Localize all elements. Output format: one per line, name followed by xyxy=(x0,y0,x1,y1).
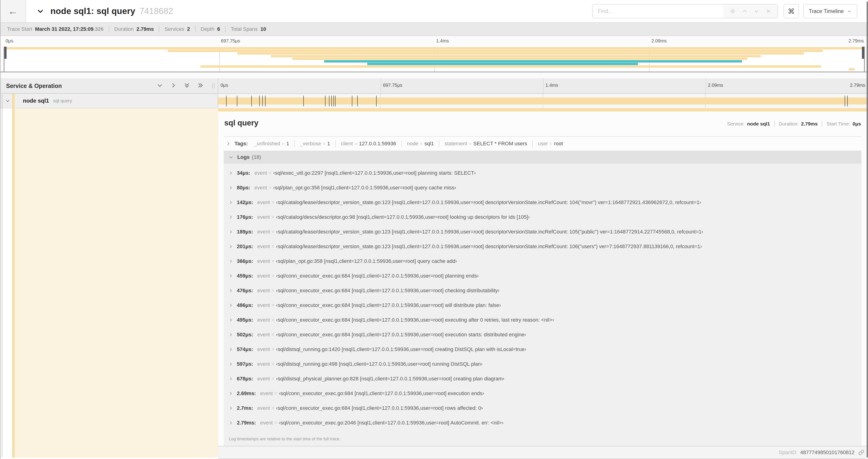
chevron-down-icon xyxy=(847,9,852,13)
chevron-down-icon[interactable] xyxy=(5,98,10,103)
log-entry-row[interactable]: 80μs:event=‹sql/plan_opt.go:358 [nsql1,c… xyxy=(224,180,862,195)
vertical-scrollbar[interactable] xyxy=(867,1,868,458)
trace-view-selector[interactable]: Trace Timeline xyxy=(803,4,857,19)
chevron-down-icon[interactable] xyxy=(36,7,44,15)
chevron-right-icon[interactable] xyxy=(228,318,233,322)
divider xyxy=(774,121,775,127)
log-field-key: event xyxy=(257,317,270,323)
span-bar-cell[interactable] xyxy=(218,94,868,108)
log-field-key: event xyxy=(257,199,270,205)
log-marker-tick xyxy=(331,96,332,106)
log-entry-row[interactable]: 678μs:event=‹sql/distsql_physical_planne… xyxy=(224,371,862,386)
logs-footer-note: Log timestamps are relative to the start… xyxy=(224,437,862,446)
log-entry-row[interactable]: 176μs:event=‹sql/catalog/descs/descripto… xyxy=(224,210,862,224)
chevron-right-icon[interactable] xyxy=(228,288,233,293)
tag-item[interactable]: user=root xyxy=(538,141,563,147)
tags-list: _unfinished=1_verbose=1client=127.0.0.1:… xyxy=(254,140,563,147)
minimap-axis-label: 1.4ms xyxy=(436,38,449,44)
chevron-right-icon[interactable] xyxy=(228,171,233,175)
minimap-canvas[interactable] xyxy=(4,47,865,72)
tag-item[interactable]: statement=SELECT * FROM users xyxy=(444,141,527,147)
log-entry-row[interactable]: 142μs:event=‹sql/catalog/lease/descripto… xyxy=(224,195,862,210)
chevron-right-icon[interactable] xyxy=(228,376,233,381)
chevron-right-icon[interactable] xyxy=(228,406,233,411)
clear-icon[interactable] xyxy=(766,8,771,14)
log-entry-row[interactable]: 2.7ms:event=‹sql/conn_executor_exec.go:6… xyxy=(224,401,862,415)
span-operation-name[interactable]: sql query xyxy=(53,98,72,104)
chevron-right-icon[interactable] xyxy=(228,259,233,264)
name-column-scroll-track[interactable] xyxy=(2,95,2,457)
log-entry-row[interactable]: 189μs:event=‹sql/catalog/lease/descripto… xyxy=(224,224,862,239)
log-entry-row[interactable]: 574μs:event=‹sql/distsql_running.go:1420… xyxy=(224,342,862,357)
chevron-right-icon[interactable] xyxy=(228,421,233,425)
log-entry-row[interactable]: 201μs:event=‹sql/catalog/lease/descripto… xyxy=(224,239,862,254)
timeline-gridline xyxy=(706,78,706,93)
detail-operation-title: sql query xyxy=(224,119,258,127)
summary-value: March 31 2022, 17:25:09 xyxy=(35,26,94,32)
find-input[interactable] xyxy=(593,4,723,18)
trace-summary-bar: Trace StartMarch 31 2022, 17:25:09.326Du… xyxy=(0,22,868,36)
tag-item[interactable]: _verbose=1 xyxy=(300,141,330,147)
log-entry-row[interactable]: 486μs:event=‹sql/conn_executor_exec.go:6… xyxy=(224,298,862,313)
log-entry-row[interactable]: 476μs:event=‹sql/conn_executor_exec.go:6… xyxy=(224,283,862,298)
minimap-span-bar xyxy=(168,50,823,52)
chevron-right-icon[interactable] xyxy=(228,200,233,205)
equals-sign: = xyxy=(469,141,471,146)
divider xyxy=(109,26,109,32)
collapse-all-icon[interactable] xyxy=(184,82,190,90)
locate-icon[interactable] xyxy=(730,8,736,14)
equals-sign: = xyxy=(272,303,274,308)
chevron-right-icon[interactable] xyxy=(228,186,233,190)
chevron-right-icon[interactable] xyxy=(228,347,233,352)
chevron-right-icon[interactable] xyxy=(228,244,233,249)
log-entry-row[interactable]: 495μs:event=‹sql/conn_executor_exec.go:6… xyxy=(224,313,862,327)
minimap-left-scrubber[interactable] xyxy=(4,47,6,59)
minimap-right-scrubber[interactable] xyxy=(862,47,864,59)
log-field-value: ‹sql/conn_executor_exec.go:684 [nsql1,cl… xyxy=(276,332,526,338)
expand-all-icon[interactable] xyxy=(197,82,204,90)
log-entry-row[interactable]: 597μs:event=‹sql/distsql_running.go:498 … xyxy=(224,357,862,371)
window-left-border xyxy=(0,0,0,459)
expand-one-icon[interactable] xyxy=(170,82,177,90)
tags-accordion[interactable]: Tags: _unfinished=1_verbose=1client=127.… xyxy=(224,137,862,151)
logs-accordion: Logs (18) 34μs:event=‹sql/exec_util.go:2… xyxy=(224,151,862,446)
chevron-up-icon[interactable] xyxy=(742,8,748,14)
chevron-right-icon[interactable] xyxy=(228,215,233,220)
span-name-cell[interactable]: node sql1 sql query xyxy=(0,94,218,108)
keyboard-shortcuts-button[interactable]: ⌘ xyxy=(783,4,799,19)
span-duration-bar[interactable] xyxy=(218,97,868,104)
column-resizer-grip[interactable] xyxy=(212,83,214,89)
chevron-down-icon[interactable] xyxy=(754,8,759,14)
log-entry-row[interactable]: 366μs:event=‹sql/plan_opt.go:358 [nsql1,… xyxy=(224,254,862,268)
timeline-axis-label: 0μs xyxy=(220,83,228,88)
log-field-key: event xyxy=(257,273,270,279)
chevron-right-icon[interactable] xyxy=(228,391,233,396)
logs-header[interactable]: Logs (18) xyxy=(224,151,862,164)
equals-sign: = xyxy=(272,318,274,322)
chevron-right-icon[interactable] xyxy=(228,332,233,337)
log-entry-row[interactable]: 34μs:event=‹sql/exec_util.go:2297 [nsql1… xyxy=(224,166,862,180)
log-entry-row[interactable]: 2.69ms:event=‹sql/conn_executor_exec.go:… xyxy=(224,386,862,401)
back-button[interactable]: ← xyxy=(0,0,26,22)
divider xyxy=(532,140,533,147)
tag-item[interactable]: client=127.0.0.1:59936 xyxy=(341,141,396,147)
span-service-name[interactable]: node sql1 xyxy=(23,97,49,104)
chevron-right-icon[interactable] xyxy=(228,273,233,278)
link-icon[interactable] xyxy=(858,450,864,456)
chevron-right-icon[interactable] xyxy=(228,230,233,234)
tag-value: 1 xyxy=(286,141,289,147)
tag-item[interactable]: _unfinished=1 xyxy=(254,141,289,147)
logs-count: (18) xyxy=(252,154,261,160)
log-entry-row[interactable]: 2.79ms:event=‹sql/conn_executor_exec.go:… xyxy=(224,415,862,430)
collapse-one-icon[interactable] xyxy=(157,82,163,90)
span-row[interactable]: node sql1 sql query xyxy=(0,94,868,108)
chevron-right-icon[interactable] xyxy=(226,141,231,146)
equals-sign: = xyxy=(272,229,274,234)
tag-item[interactable]: node=sql1 xyxy=(407,141,434,147)
chevron-right-icon[interactable] xyxy=(228,362,233,366)
log-entry-row[interactable]: 459μs:event=‹sql/conn_executor_exec.go:6… xyxy=(224,268,862,283)
summary-value: 10 xyxy=(260,26,266,32)
chevron-down-icon[interactable] xyxy=(228,155,234,160)
chevron-right-icon[interactable] xyxy=(228,303,233,308)
log-entry-row[interactable]: 502μs:event=‹sql/conn_executor_exec.go:6… xyxy=(224,327,862,342)
